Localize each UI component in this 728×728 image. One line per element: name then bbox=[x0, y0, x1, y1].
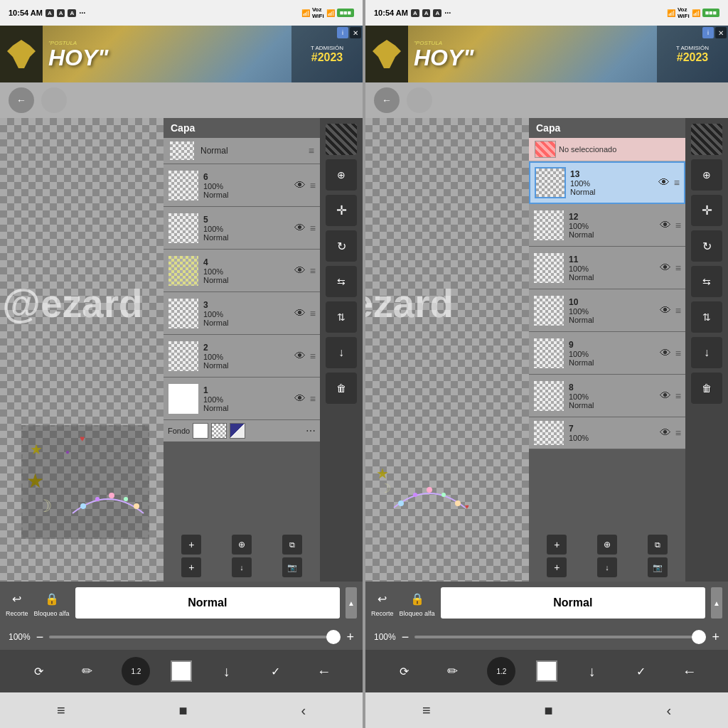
right-layer-11-menu[interactable]: ≡ bbox=[675, 262, 681, 274]
right-rt-move-btn[interactable]: ✛ bbox=[691, 195, 722, 226]
left-rt-fliph-btn[interactable]: ⇆ bbox=[326, 266, 357, 297]
left-layer-6[interactable]: 6 100% Normal 👁 ≡ bbox=[164, 164, 320, 207]
right-lb-merge-btn[interactable]: ⊕ bbox=[597, 535, 617, 555]
left-zoom-slider[interactable] bbox=[49, 636, 341, 638]
left-color-box[interactable] bbox=[171, 660, 192, 682]
right-layer-9[interactable]: 9 100% Normal 👁 ≡ bbox=[529, 332, 685, 375]
left-layer-1-menu[interactable]: ≡ bbox=[310, 393, 316, 405]
left-nav-square-btn[interactable]: ■ bbox=[178, 702, 187, 719]
right-rt-flipv-btn[interactable]: ⇅ bbox=[691, 301, 722, 333]
left-layer-4-eye[interactable]: 👁 bbox=[294, 264, 306, 277]
right-layer-11-eye[interactable]: 👁 bbox=[660, 262, 671, 274]
left-layer-3-menu[interactable]: ≡ bbox=[310, 308, 316, 319]
right-lb-copy-btn[interactable]: ⧉ bbox=[648, 535, 668, 555]
right-layer-list[interactable]: 13 100% Normal 👁 ≡ 12 100% Normal 👁 bbox=[529, 161, 685, 530]
left-lb-down-btn[interactable]: ↓ bbox=[232, 557, 252, 577]
right-recorte-btn[interactable]: ↩ Recorte bbox=[371, 589, 394, 617]
right-layer-10-eye[interactable]: 👁 bbox=[660, 304, 671, 317]
left-nav-back-btn[interactable]: ‹ bbox=[301, 702, 306, 719]
right-layer-7[interactable]: 7 100% 👁 ≡ bbox=[529, 417, 685, 449]
right-ad-info-btn[interactable]: i bbox=[702, 27, 714, 38]
left-top-menu-btn[interactable]: ≡ bbox=[309, 145, 314, 156]
left-rt-checker-btn[interactable] bbox=[326, 124, 357, 155]
left-fondo-checker[interactable] bbox=[211, 423, 227, 439]
left-lb-add-btn[interactable]: + bbox=[181, 535, 201, 555]
left-fondo-white[interactable] bbox=[193, 423, 208, 439]
right-layer-10[interactable]: 10 100% Normal 👁 ≡ bbox=[529, 289, 685, 332]
left-layer-4[interactable]: 4 100% Normal 👁 ≡ bbox=[164, 250, 320, 292]
left-scroll-btn[interactable]: ▲ bbox=[346, 587, 357, 619]
right-zoom-slider[interactable] bbox=[414, 636, 706, 638]
left-lb-plus2-btn[interactable]: + bbox=[181, 557, 201, 577]
left-normal-mode-box[interactable]: Normal bbox=[75, 587, 340, 619]
left-layer-6-menu[interactable]: ≡ bbox=[310, 180, 316, 191]
left-nav-menu-btn[interactable]: ≡ bbox=[57, 702, 65, 719]
right-rt-checker-btn[interactable] bbox=[691, 124, 722, 155]
right-layer-10-menu[interactable]: ≡ bbox=[675, 305, 681, 316]
right-layer-9-eye[interactable]: 👁 bbox=[660, 347, 671, 360]
left-tool-lasso-btn[interactable]: ⟳ bbox=[24, 657, 53, 685]
left-layer-3-eye[interactable]: 👁 bbox=[294, 307, 306, 320]
left-layer-5[interactable]: 5 100% Normal 👁 ≡ bbox=[164, 207, 320, 250]
left-tool-down-btn[interactable]: ↓ bbox=[213, 657, 241, 685]
left-layer-6-eye[interactable]: 👁 bbox=[294, 179, 306, 192]
left-fondo-more-btn[interactable]: ⋯ bbox=[306, 425, 316, 437]
right-layer-8-menu[interactable]: ≡ bbox=[675, 390, 681, 402]
right-layer-11[interactable]: 11 100% Normal 👁 ≡ bbox=[529, 247, 685, 289]
right-scroll-btn[interactable]: ▲ bbox=[711, 587, 722, 619]
right-lb-camera-btn[interactable]: 📷 bbox=[648, 557, 668, 577]
right-tool-down-btn[interactable]: ↓ bbox=[578, 657, 606, 685]
left-rt-move-btn[interactable]: ✛ bbox=[326, 195, 357, 226]
right-layer-7-eye[interactable]: 👁 bbox=[660, 427, 671, 439]
left-layer-5-eye[interactable]: 👁 bbox=[294, 222, 306, 235]
left-zoom-minus-btn[interactable]: − bbox=[36, 630, 44, 645]
right-lb-add-btn[interactable]: + bbox=[547, 535, 567, 555]
left-layer-2-menu[interactable]: ≡ bbox=[310, 350, 316, 362]
right-nav-square-btn[interactable]: ■ bbox=[544, 702, 552, 719]
left-brush-size[interactable]: 1.2 bbox=[122, 657, 150, 685]
right-layer-7-menu[interactable]: ≡ bbox=[675, 427, 681, 439]
right-back-btn[interactable]: ← bbox=[374, 87, 400, 113]
right-ad-close-btn[interactable]: ✕ bbox=[715, 27, 727, 38]
left-ad-banner[interactable]: "POSTULA HOY" T ADMISIÓN #2023 i ✕ bbox=[0, 26, 363, 82]
right-layer-8-eye[interactable]: 👁 bbox=[660, 390, 671, 402]
right-layer-13[interactable]: 13 100% Normal 👁 ≡ bbox=[529, 161, 685, 204]
left-rt-merge2-btn[interactable]: ⊕ bbox=[326, 159, 357, 191]
right-layer-8[interactable]: 8 100% Normal 👁 ≡ bbox=[529, 375, 685, 417]
right-rt-merge2-btn[interactable]: ⊕ bbox=[691, 159, 722, 191]
right-layer-12-eye[interactable]: 👁 bbox=[660, 219, 671, 232]
right-zoom-plus-btn[interactable]: + bbox=[712, 630, 719, 645]
right-tool-lasso-btn[interactable]: ⟳ bbox=[390, 657, 418, 685]
left-ad-close-btn[interactable]: ✕ bbox=[350, 27, 361, 38]
left-layer-2-eye[interactable]: 👁 bbox=[294, 350, 306, 363]
left-layer-5-menu[interactable]: ≡ bbox=[310, 223, 316, 234]
right-rt-down2-btn[interactable]: ↓ bbox=[691, 337, 722, 368]
left-layer-1-eye[interactable]: 👁 bbox=[294, 392, 306, 405]
left-layer-2[interactable]: 2 100% Normal 👁 ≡ bbox=[164, 335, 320, 378]
left-rt-down2-btn[interactable]: ↓ bbox=[326, 337, 357, 368]
left-layer-1[interactable]: 1 100% Normal 👁 ≡ bbox=[164, 378, 320, 420]
left-lb-camera-btn[interactable]: 📷 bbox=[282, 557, 302, 577]
right-tool-checkmark-btn[interactable]: ✓ bbox=[626, 657, 655, 685]
right-normal-mode-box[interactable]: Normal bbox=[441, 587, 705, 619]
right-circle-btn[interactable] bbox=[407, 87, 432, 113]
right-nav-menu-btn[interactable]: ≡ bbox=[422, 702, 431, 719]
left-tool-pencil-btn[interactable]: ✏ bbox=[73, 657, 102, 685]
right-lb-down-btn[interactable]: ↓ bbox=[597, 557, 617, 577]
left-lb-merge-btn[interactable]: ⊕ bbox=[232, 535, 252, 555]
left-layer-3[interactable]: 3 100% Normal 👁 ≡ bbox=[164, 292, 320, 335]
right-brush-size[interactable]: 1.2 bbox=[487, 657, 515, 685]
left-rt-trash-btn[interactable]: 🗑 bbox=[326, 373, 357, 404]
left-rt-flipv-btn[interactable]: ⇅ bbox=[326, 301, 357, 333]
right-tool-pencil-btn[interactable]: ✏ bbox=[439, 657, 467, 685]
left-tool-back-btn[interactable]: ← bbox=[310, 657, 338, 685]
left-back-btn[interactable]: ← bbox=[9, 87, 34, 113]
right-layer-12-menu[interactable]: ≡ bbox=[675, 220, 681, 231]
right-nav-back-btn[interactable]: ‹ bbox=[666, 702, 671, 719]
right-lb-plus2-btn[interactable]: + bbox=[547, 557, 567, 577]
right-layer-12[interactable]: 12 100% Normal 👁 ≡ bbox=[529, 204, 685, 247]
left-rt-rotate-btn[interactable]: ↻ bbox=[326, 230, 357, 262]
left-recorte-btn[interactable]: ↩ Recorte bbox=[6, 589, 28, 617]
right-rt-rotate-btn[interactable]: ↻ bbox=[691, 230, 722, 262]
right-bloqueo-btn[interactable]: 🔒 Bloqueo alfa bbox=[400, 589, 435, 617]
